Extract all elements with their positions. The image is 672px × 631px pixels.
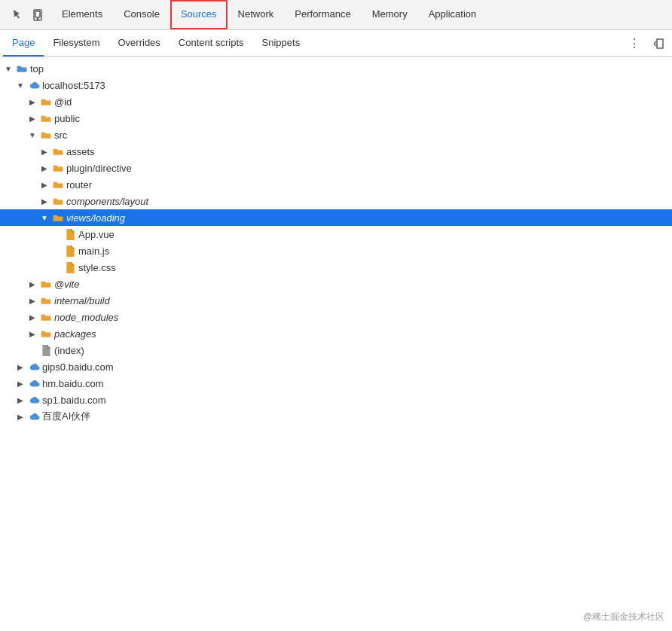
tree-arrow-app_vue <box>51 229 62 239</box>
main-content: Page Filesystem Overrides Content script… <box>0 30 672 631</box>
tree-item-style_css[interactable]: style.css <box>0 259 672 276</box>
file-icon <box>40 344 52 356</box>
tree-label-top: top <box>30 63 44 75</box>
folder-icon <box>52 195 64 207</box>
cloud-icon <box>28 79 40 91</box>
tree-item-public[interactable]: public <box>0 110 672 127</box>
tree-arrow-plugin_directive[interactable] <box>39 163 50 173</box>
tree-item-baidu_ai[interactable]: 百度AI伙伴 <box>0 408 672 425</box>
secondary-tab-snippets[interactable]: Snippets <box>253 30 310 56</box>
tree-label-hm_baidu: hm.baidu.com <box>42 378 104 389</box>
tree-label-id: @id <box>54 96 72 108</box>
tree-label-src: src <box>54 130 67 141</box>
tree-item-index[interactable]: (index) <box>0 342 672 358</box>
tree-label-internal_build: internal/build <box>54 295 110 306</box>
folder-icon <box>40 96 52 108</box>
secondary-tab-page[interactable]: Page <box>3 30 44 56</box>
tree-label-public: public <box>54 113 80 124</box>
tree-label-router: router <box>66 179 92 191</box>
tree-arrow-hm_baidu[interactable] <box>15 378 26 389</box>
tree-arrow-vite[interactable] <box>27 279 38 289</box>
tree-arrow-baidu_ai[interactable] <box>15 411 26 422</box>
tab-console[interactable]: Console <box>113 0 170 29</box>
tree-item-localhost[interactable]: localhost:5173 <box>0 77 672 93</box>
cloud-icon <box>28 361 40 373</box>
tree-arrow-id[interactable] <box>27 96 38 107</box>
tree-arrow-node_modules[interactable] <box>27 312 38 322</box>
tree-item-hm_baidu[interactable]: hm.baidu.com <box>0 375 672 392</box>
folder-icon <box>40 112 52 124</box>
tree-item-sp1_baidu[interactable]: sp1.baidu.com <box>0 392 672 408</box>
tree-arrow-src[interactable] <box>27 130 38 140</box>
cursor-icon-btn[interactable] <box>8 6 26 24</box>
tree-arrow-top[interactable] <box>3 63 14 74</box>
secondary-tabs: Page Filesystem Overrides Content script… <box>0 30 672 57</box>
tree-arrow-sp1_baidu[interactable] <box>15 395 26 405</box>
tree-item-top[interactable]: top <box>0 60 672 77</box>
tree-arrow-assets[interactable] <box>39 146 50 157</box>
folder-icon <box>40 328 52 340</box>
tab-memory[interactable]: Memory <box>362 0 418 29</box>
tree-label-localhost: localhost:5173 <box>42 80 105 91</box>
tree-item-router[interactable]: router <box>0 176 672 193</box>
folder-icon <box>40 311 52 323</box>
tree-item-id[interactable]: @id <box>0 93 672 110</box>
tree-item-components_layout[interactable]: components/layout <box>0 193 672 209</box>
cloud-icon <box>28 377 40 389</box>
tree-arrow-internal_build[interactable] <box>27 295 38 306</box>
watermark: @稀土掘金技术社区 <box>583 611 664 623</box>
tree-label-vite: @vite <box>54 279 79 290</box>
tree-item-src[interactable]: src <box>0 127 672 143</box>
file-icon <box>64 245 76 257</box>
tab-elements[interactable]: Elements <box>51 0 113 29</box>
tree-arrow-style_css <box>51 262 62 273</box>
folder-icon <box>52 178 64 191</box>
folder-icon <box>40 129 52 141</box>
tab-sources[interactable]: Sources <box>170 0 228 29</box>
tree-arrow-localhost[interactable] <box>15 80 26 90</box>
tree-item-gips0_baidu[interactable]: gips0.baidu.com <box>0 358 672 375</box>
tree-arrow-public[interactable] <box>27 113 38 123</box>
tab-performance[interactable]: Performance <box>284 0 361 29</box>
folder-icon <box>52 212 64 224</box>
tree-item-app_vue[interactable]: App.vue <box>0 226 672 242</box>
collapse-sidebar-btn[interactable] <box>648 33 669 54</box>
toolbar-icons <box>3 6 51 24</box>
tree-arrow-components_layout[interactable] <box>39 196 50 206</box>
folder-icon <box>40 278 52 290</box>
tree-label-index: (index) <box>54 345 84 356</box>
secondary-tabs-right: ⋮ <box>624 33 669 54</box>
tab-application[interactable]: Application <box>418 0 487 29</box>
tree-arrow-packages[interactable] <box>27 328 38 339</box>
tree-label-node_modules: node_modules <box>54 312 118 323</box>
tree-item-internal_build[interactable]: internal/build <box>0 292 672 309</box>
secondary-tab-filesystem[interactable]: Filesystem <box>44 30 108 56</box>
tree-arrow-index <box>27 345 38 355</box>
secondary-tab-overrides[interactable]: Overrides <box>109 30 170 56</box>
tab-network[interactable]: Network <box>228 0 285 29</box>
tree-item-plugin_directive[interactable]: plugin/directive <box>0 160 672 176</box>
file-icon <box>64 261 76 273</box>
tree-arrow-router[interactable] <box>39 179 50 190</box>
tree-item-views_loading[interactable]: views/loading <box>0 209 672 226</box>
tree-arrow-gips0_baidu[interactable] <box>15 361 26 372</box>
svg-point-2 <box>37 18 38 20</box>
file-icon <box>64 228 76 240</box>
tree-arrow-main_js <box>51 245 62 256</box>
folder-icon <box>16 62 28 75</box>
folder-icon <box>52 162 64 174</box>
tree-item-vite[interactable]: @vite <box>0 276 672 292</box>
device-icon-btn[interactable] <box>29 6 47 24</box>
tree-item-packages[interactable]: packages <box>0 325 672 342</box>
tree-arrow-views_loading[interactable] <box>39 212 50 223</box>
file-tree: top localhost:5173 @id public src assets… <box>0 57 672 631</box>
cloud-icon <box>28 394 40 406</box>
tree-item-main_js[interactable]: main.js <box>0 242 672 259</box>
tree-label-style_css: style.css <box>78 262 116 273</box>
tree-label-baidu_ai: 百度AI伙伴 <box>42 410 90 423</box>
tree-item-assets[interactable]: assets <box>0 143 672 160</box>
devtools-toolbar: Elements Console Sources Network Perform… <box>0 0 672 30</box>
more-options-btn[interactable]: ⋮ <box>624 33 645 54</box>
tree-item-node_modules[interactable]: node_modules <box>0 309 672 325</box>
secondary-tab-content-scripts[interactable]: Content scripts <box>170 30 253 56</box>
